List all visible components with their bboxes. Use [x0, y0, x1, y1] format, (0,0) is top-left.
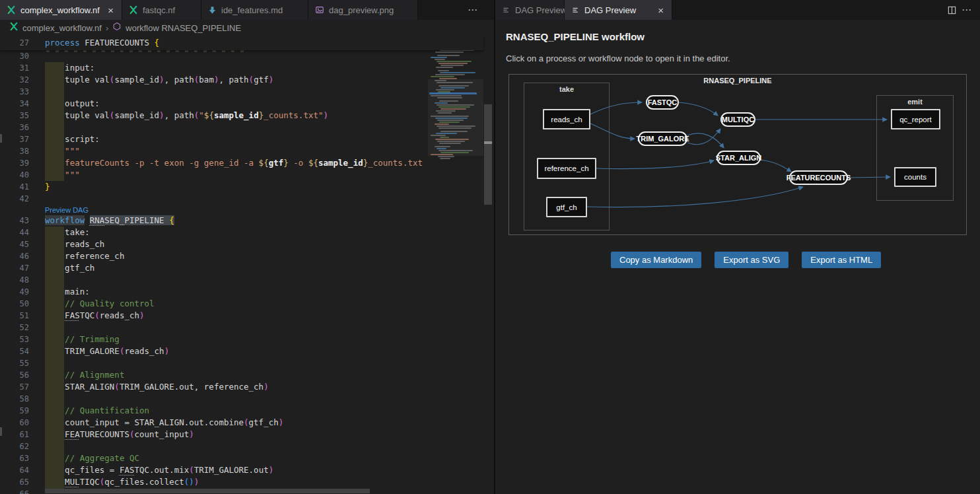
overview-ruler-mark: [484, 141, 492, 144]
dag-node-FASTQC[interactable]: FASTQC: [646, 95, 679, 110]
minimap-line: [438, 112, 452, 114]
code-text: reads_ch: [45, 238, 483, 250]
code-token: tuple val: [45, 110, 110, 120]
code-token: tuple val: [45, 75, 110, 85]
code-line: 46 reference_ch: [0, 250, 483, 262]
gutter-decoration: [0, 427, 2, 436]
code-token: ): [269, 75, 274, 85]
dag-node-STAR_ALIGN[interactable]: STAR_ALIGN: [717, 151, 761, 165]
code-token: {: [155, 38, 160, 48]
minimap-line: [437, 61, 472, 62]
dag-edge-reference_ch-to-STAR_ALIGN: [596, 160, 714, 169]
vertical-scrollbar-slider[interactable]: [484, 104, 492, 205]
code-line: 52: [0, 322, 483, 334]
preview-icon: [502, 6, 510, 15]
code-token: qc_files.collect: [104, 477, 184, 487]
dag-node-TRIM_GALORE[interactable]: TRIM_GALORE: [638, 131, 687, 146]
dag-node-qc_report[interactable]: qc_report: [891, 109, 940, 129]
dag-node-counts[interactable]: counts: [894, 167, 936, 187]
sticky-scroll-line[interactable]: 27process FEATURECOUNTS {: [0, 36, 483, 50]
dag-edge-gtf_ch-to-FEATURECOUNTS: [587, 187, 803, 207]
line-number: 66: [0, 488, 45, 494]
markdown-arrow-icon: [208, 6, 217, 15]
line-number: 60: [0, 417, 45, 429]
code-token: gtf_ch: [45, 263, 94, 273]
line-number: 63: [0, 452, 45, 464]
image-icon: [315, 5, 324, 15]
line-number: 34: [0, 98, 45, 110]
close-tab-icon[interactable]: ×: [656, 5, 665, 15]
tab-dag_preview-png[interactable]: dag_preview.png: [308, 0, 418, 20]
export-as-svg-button[interactable]: Export as SVG: [715, 252, 788, 268]
code-line: 48: [0, 274, 483, 286]
left-tab-more-button[interactable]: ⋯: [468, 0, 479, 20]
export-button-row: Copy as MarkdownExport as SVGExport as H…: [611, 252, 881, 268]
minimap-line: [431, 135, 446, 136]
line-number: 30: [0, 50, 45, 62]
dag-node-gtf_ch[interactable]: gtf_ch: [546, 197, 587, 217]
line-number: 48: [0, 274, 45, 286]
code-token: ): [159, 110, 164, 120]
tab-complex_workflow-nf[interactable]: complex_workflow.nf×: [0, 0, 122, 20]
dag-edge-TRIM_GALORE-to-STAR_ALIGN: [687, 133, 724, 148]
code-token: [45, 146, 65, 156]
line-number: [0, 205, 45, 215]
code-token: FAS: [120, 465, 135, 475]
code-text: output:: [45, 98, 483, 110]
dag-node-FEATURECOUNTS[interactable]: FEATURECOUNTS: [789, 170, 848, 185]
code-text: FASTQC(reads_ch): [45, 310, 483, 322]
code-line: 34 output:: [0, 98, 483, 110]
dag-node-reads_ch[interactable]: reads_ch: [543, 109, 590, 129]
breadcrumb-file[interactable]: complex_workflow.nf: [22, 23, 102, 33]
code-token: [45, 310, 65, 320]
tab-right-dag-preview[interactable]: DAG Preview×: [565, 0, 672, 20]
code-token: , path: [219, 75, 248, 85]
dag-edge-FASTQC-to-MULTIQC: [679, 102, 718, 116]
code-editor[interactable]: 3031 input:32 tuple val(sample_id), path…: [0, 36, 494, 494]
codelens-link[interactable]: Preview DAG: [45, 205, 483, 215]
tab-right-dag-preview[interactable]: DAG Preview: [495, 0, 565, 20]
code-token: reads_ch: [124, 346, 164, 356]
line-number: 33: [0, 86, 45, 98]
minimap[interactable]: [428, 36, 483, 494]
dag-node-reference_ch[interactable]: reference_ch: [537, 158, 596, 179]
code-token: ): [159, 75, 164, 85]
editor-actions-more-button[interactable]: ⋯: [962, 0, 973, 20]
code-token: // Trimming: [65, 334, 120, 344]
code-line: 56 // Alignment: [0, 369, 483, 381]
close-tab-icon[interactable]: ×: [106, 5, 115, 15]
code-text: // Quality control: [45, 298, 483, 310]
dag-edge-reads_ch-to-FASTQC: [590, 102, 642, 114]
breadcrumb-symbol[interactable]: workflow RNASEQ_PIPELINE: [125, 23, 241, 33]
line-number: 40: [0, 169, 45, 181]
code-line: 45 reads_ch: [0, 238, 483, 250]
code-line: 40 """: [0, 169, 483, 181]
code-line: 37 script:: [0, 133, 483, 145]
code-token: reads_ch: [45, 239, 104, 249]
horizontal-scrollbar-slider[interactable]: [45, 489, 370, 493]
code-token: // Quantification: [65, 406, 149, 415]
code-text: [45, 193, 483, 205]
copy-as-markdown-button[interactable]: Copy as Markdown: [611, 252, 701, 268]
code-text: // Trimming: [45, 334, 483, 345]
code-token: """: [65, 170, 80, 180]
minimap-line: [436, 67, 453, 68]
minimap-line: [440, 65, 464, 66]
vertical-scrollbar[interactable]: [483, 36, 493, 494]
split-editor-icon[interactable]: [946, 4, 958, 16]
code-line: 51 FASTQC(reads_ch): [0, 310, 483, 322]
tab-ide_features-md[interactable]: ide_features.md: [201, 0, 308, 20]
code-token: (: [94, 310, 100, 320]
export-as-html-button[interactable]: Export as HTML: [802, 252, 881, 268]
code-line: 61 FEATURECOUNTS(count_input): [0, 429, 483, 441]
tab-fastqc-nf[interactable]: fastqc.nf: [122, 0, 201, 20]
minimap-line: [431, 57, 447, 58]
code-token: sample_id: [318, 158, 363, 168]
code-token: reads_ch: [100, 310, 139, 320]
dag-node-MULTIQC[interactable]: MULTIQC: [720, 112, 755, 127]
line-number: 59: [0, 405, 45, 417]
line-number: 43: [0, 215, 45, 227]
line-number: 31: [0, 62, 45, 74]
code-text: [45, 357, 483, 369]
code-token: bam: [199, 75, 214, 85]
